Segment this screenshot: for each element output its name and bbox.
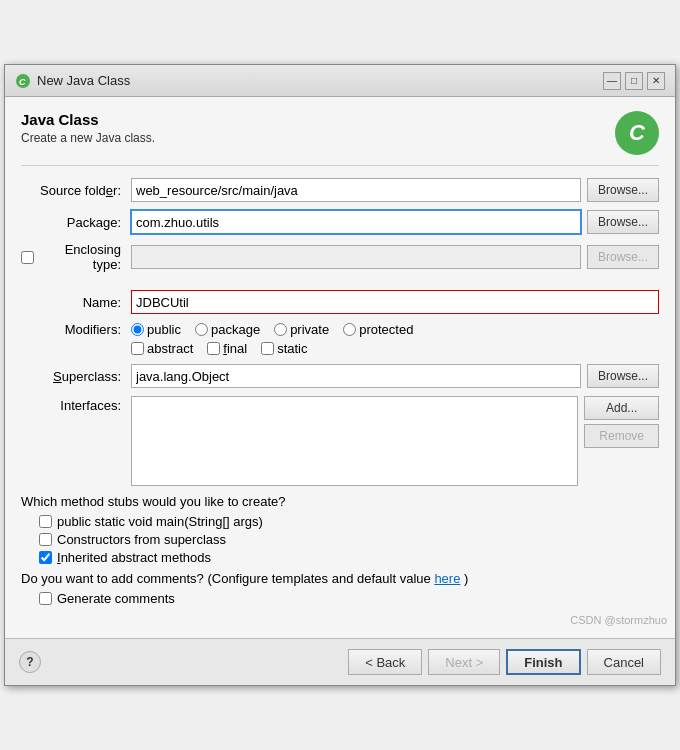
new-java-class-dialog: C New Java Class — □ ✕ Java Class Create… xyxy=(4,64,676,686)
modifiers-radio-group: public package private protected xyxy=(131,322,413,337)
back-button[interactable]: < Back xyxy=(348,649,422,675)
modifier-final-label: final xyxy=(223,341,247,356)
dialog-content: Java Class Create a new Java class. C So… xyxy=(5,97,675,606)
stubs-question: Which method stubs would you like to cre… xyxy=(21,494,659,509)
minimize-button[interactable]: — xyxy=(603,72,621,90)
modifier-static-label: static xyxy=(277,341,307,356)
modifier-abstract-label: abstract xyxy=(147,341,193,356)
stub-main-checkbox[interactable] xyxy=(39,515,52,528)
stub-inherited: Inherited abstract methods xyxy=(39,550,659,565)
generate-comments-checkbox[interactable] xyxy=(39,592,52,605)
modifier-private-label: private xyxy=(290,322,329,337)
header-subtitle: Create a new Java class. xyxy=(21,131,155,145)
name-input[interactable] xyxy=(131,290,659,314)
modifier-private-radio[interactable] xyxy=(274,323,287,336)
modifiers-checkbox-row: abstract final static xyxy=(131,341,659,356)
modifier-private[interactable]: private xyxy=(274,322,329,337)
next-button[interactable]: Next > xyxy=(428,649,500,675)
maximize-button[interactable]: □ xyxy=(625,72,643,90)
comments-here-link[interactable]: here xyxy=(434,571,460,586)
dialog-title: New Java Class xyxy=(37,73,130,88)
close-button[interactable]: ✕ xyxy=(647,72,665,90)
modifier-package[interactable]: package xyxy=(195,322,260,337)
svg-text:C: C xyxy=(19,77,26,87)
superclass-browse-button[interactable]: Browse... xyxy=(587,364,659,388)
comments-question-text: Do you want to add comments? (Configure … xyxy=(21,571,431,586)
stub-constructors-label: Constructors from superclass xyxy=(57,532,226,547)
watermark: CSDN @stormzhuo xyxy=(5,612,675,628)
modifier-protected-radio[interactable] xyxy=(343,323,356,336)
modifier-abstract-checkbox[interactable] xyxy=(131,342,144,355)
package-browse-button[interactable]: Browse... xyxy=(587,210,659,234)
enclosing-type-row: Enclosing type: Browse... xyxy=(21,242,659,272)
enclosing-type-label: Enclosing type: xyxy=(34,242,121,272)
modifier-protected[interactable]: protected xyxy=(343,322,413,337)
interfaces-buttons: Add... Remove xyxy=(584,396,659,448)
title-bar: C New Java Class — □ ✕ xyxy=(5,65,675,97)
comments-section: Do you want to add comments? (Configure … xyxy=(21,571,659,606)
modifier-static-checkbox[interactable] xyxy=(261,342,274,355)
generate-comments-label: Generate comments xyxy=(57,591,175,606)
add-interface-button[interactable]: Add... xyxy=(584,396,659,420)
modifier-abstract[interactable]: abstract xyxy=(131,341,193,356)
header-text: Java Class Create a new Java class. xyxy=(21,111,155,145)
header-logo: C xyxy=(615,111,659,155)
modifiers-label: Modifiers: xyxy=(21,322,131,337)
modifier-package-label: package xyxy=(211,322,260,337)
enclosing-type-input[interactable] xyxy=(131,245,581,269)
stub-main-label: public static void main(String[] args) xyxy=(57,514,263,529)
window-controls: — □ ✕ xyxy=(603,72,665,90)
comments-question-line: Do you want to add comments? (Configure … xyxy=(21,571,659,586)
modifier-static[interactable]: static xyxy=(261,341,307,356)
package-input[interactable] xyxy=(131,210,581,234)
comments-end-text: ) xyxy=(464,571,468,586)
superclass-row: Superclass: Browse... xyxy=(21,364,659,388)
enclosing-type-checkbox[interactable] xyxy=(21,251,34,264)
source-folder-input[interactable] xyxy=(131,178,581,202)
title-bar-left: C New Java Class xyxy=(15,73,130,89)
modifier-final[interactable]: final xyxy=(207,341,247,356)
interfaces-label: Interfaces: xyxy=(21,396,131,413)
enclosing-type-browse-button[interactable]: Browse... xyxy=(587,245,659,269)
java-icon: C xyxy=(15,73,31,89)
bottom-bar: ? < Back Next > Finish Cancel xyxy=(5,638,675,685)
name-row: Name: xyxy=(21,290,659,314)
package-row: Package: Browse... xyxy=(21,210,659,234)
modifier-package-radio[interactable] xyxy=(195,323,208,336)
stub-constructors: Constructors from superclass xyxy=(39,532,659,547)
stubs-section: Which method stubs would you like to cre… xyxy=(21,494,659,565)
modifier-public[interactable]: public xyxy=(131,322,181,337)
stub-inherited-checkbox[interactable] xyxy=(39,551,52,564)
finish-button[interactable]: Finish xyxy=(506,649,580,675)
interfaces-listbox[interactable] xyxy=(131,396,578,486)
name-label: Name: xyxy=(21,295,131,310)
header-title: Java Class xyxy=(21,111,155,128)
superclass-input[interactable] xyxy=(131,364,581,388)
modifier-public-label: public xyxy=(147,322,181,337)
interfaces-section: Interfaces: Add... Remove xyxy=(21,396,659,486)
generate-comments-row: Generate comments xyxy=(39,591,659,606)
source-folder-row: Source folder: Browse... xyxy=(21,178,659,202)
stub-inherited-label: Inherited abstract methods xyxy=(57,550,211,565)
modifier-final-checkbox[interactable] xyxy=(207,342,220,355)
stub-constructors-checkbox[interactable] xyxy=(39,533,52,546)
help-button[interactable]: ? xyxy=(19,651,41,673)
source-folder-label: Source folder: xyxy=(21,183,131,198)
bottom-right: < Back Next > Finish Cancel xyxy=(348,649,661,675)
modifier-public-radio[interactable] xyxy=(131,323,144,336)
cancel-button[interactable]: Cancel xyxy=(587,649,661,675)
superclass-label: Superclass: xyxy=(21,369,131,384)
modifier-protected-label: protected xyxy=(359,322,413,337)
bottom-left: ? xyxy=(19,651,41,673)
package-label: Package: xyxy=(21,215,131,230)
modifiers-row: Modifiers: public package private protec… xyxy=(21,322,659,337)
header-section: Java Class Create a new Java class. C xyxy=(21,111,659,166)
stub-main-method: public static void main(String[] args) xyxy=(39,514,659,529)
enclosing-label-area: Enclosing type: xyxy=(21,242,131,272)
remove-interface-button[interactable]: Remove xyxy=(584,424,659,448)
source-folder-browse-button[interactable]: Browse... xyxy=(587,178,659,202)
